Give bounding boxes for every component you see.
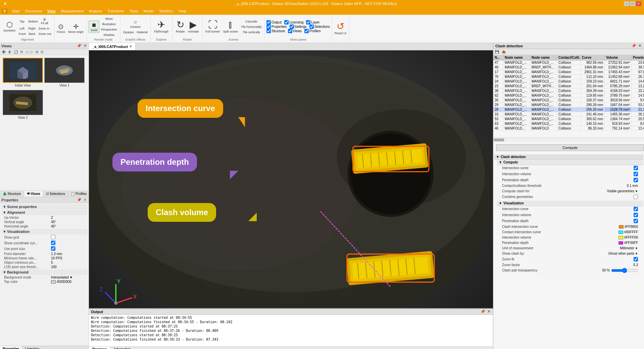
clash-row-5[interactable]: 23 MANIFOLD_... BREP_WITH_... Collision …	[493, 84, 644, 89]
focus-button[interactable]: ⊙ Focus	[56, 22, 67, 34]
use-point-size-checkbox[interactable]	[51, 246, 55, 251]
zoom-in-button[interactable]: Zoom in	[37, 26, 51, 31]
minimize-button[interactable]: ─	[624, 1, 629, 6]
v-menu-button[interactable]: V	[1, 8, 8, 14]
output-tab-progress[interactable]: Progress	[89, 347, 110, 349]
clash-row-2[interactable]: 17 MANIFOLD_... MANIFOLD_... Collision 2…	[493, 70, 644, 74]
back-button[interactable]: Back	[28, 31, 37, 36]
illustration-button[interactable]: Illustration	[100, 21, 118, 27]
show-coords-checkbox[interactable]	[51, 241, 55, 245]
clash-int-curve-color-swatch[interactable]	[619, 225, 624, 229]
show-grid-checkbox[interactable]	[51, 235, 55, 239]
tile-v-button[interactable]: Tile vertically	[240, 30, 263, 35]
show-layer-check[interactable]: Layer	[306, 20, 319, 24]
tile-h-button[interactable]: Tile horizontally	[240, 24, 263, 29]
close-button[interactable]: ✕	[636, 1, 641, 6]
unit-dropdown-icon[interactable]: ▼	[635, 247, 638, 250]
clash-row-10[interactable]: 28 MANIFOLD_... MANIFOLD_... Collision 2…	[493, 107, 644, 112]
menu-document[interactable]: Document	[22, 8, 45, 14]
views-delete-btn[interactable]: 🗑	[7, 50, 12, 54]
tab-structure[interactable]: 🌲 Structure	[0, 191, 24, 197]
menu-measurement[interactable]: Measurement	[58, 8, 86, 14]
zoom-out-button[interactable]: Zoom out	[37, 31, 53, 36]
show-output-check[interactable]: Output	[266, 20, 282, 24]
view1-thumb[interactable]: View 1	[44, 58, 85, 87]
split-scene-button[interactable]: ⫿ Split scene	[222, 19, 239, 34]
views-nav-prev[interactable]: ◁	[24, 50, 29, 54]
show-properties-check[interactable]: Properties	[266, 24, 287, 29]
fit-all-button[interactable]: ⊞ Fit all	[40, 17, 50, 26]
int-volume-color-swatch[interactable]	[618, 236, 623, 239]
menu-help[interactable]: Help	[176, 8, 189, 14]
scene-props-title[interactable]: ▼ Scene properties	[1, 204, 87, 209]
views-nav-next[interactable]: ▷	[30, 50, 34, 54]
clash-row-3[interactable]: 76 MANIFOLD_... MANIFOLD_... Collision 1…	[493, 74, 644, 79]
top-color-swatch[interactable]	[51, 280, 56, 284]
material-button[interactable]: Material	[136, 30, 149, 35]
menu-transform[interactable]: Transform	[105, 8, 127, 14]
show-selections-check[interactable]: Selections	[309, 24, 330, 29]
clash-hscrollbar[interactable]	[493, 138, 644, 142]
clash-row-8[interactable]: 26 MANIFOLD_... MANIFOLD_... Collision 1…	[493, 98, 644, 103]
perspective-button[interactable]: Perspective	[100, 27, 118, 32]
clash-row-9[interactable]: 29 MANIFOLD_... MANIFOLD_... Collision 2…	[493, 103, 644, 107]
background-title[interactable]: ▼ Background	[1, 269, 87, 275]
show-views-check[interactable]: Views	[288, 29, 302, 33]
views-pin-icon[interactable]: 📌	[76, 44, 82, 48]
clash-row-14[interactable]: 46 MANIFOLD... MANIFOLD Collision 86.33 …	[493, 126, 644, 131]
clash-row-7[interactable]: 62 MANIFOLD_... MANIFOLD_... Collision 1…	[493, 93, 644, 98]
output-pin-icon[interactable]: 📌	[480, 309, 486, 314]
cs-viz-int-curve-check[interactable]	[634, 207, 638, 211]
cs-section-clash-title[interactable]: ▼ Clash detection	[494, 154, 643, 160]
cs-zoom-fit-check[interactable]	[634, 257, 638, 261]
wires-button[interactable]: Wires	[100, 16, 118, 21]
animate-button[interactable]: ▶ Animate	[186, 19, 200, 34]
move-origin-button[interactable]: ✛ Move origin	[67, 22, 85, 34]
cs-penetration-depth-check[interactable]	[634, 178, 638, 182]
clash-row-0[interactable]: 47 MANIFOLD_... MANIFOLD_... Collision 9…	[493, 60, 644, 65]
cs-intersection-volume-check[interactable]	[634, 172, 638, 176]
clash-row-1[interactable]: 40 MANIFOLD_... BREP_WITH_... Collision …	[493, 65, 644, 70]
views-props-btn[interactable]: ⚙	[19, 50, 24, 54]
front-button[interactable]: Front	[17, 31, 27, 36]
right-button[interactable]: Right	[27, 26, 37, 31]
solid-button[interactable]: ■ Solid	[89, 20, 99, 33]
isometric-button[interactable]: ⬡ Isometric	[2, 20, 17, 33]
pen-depth-color-swatch[interactable]	[618, 241, 623, 245]
compute-button[interactable]: Compute	[496, 144, 644, 151]
show-settings-check[interactable]: Settings	[290, 24, 307, 29]
cs-viz-int-vol-check[interactable]	[634, 213, 638, 217]
tab-views[interactable]: 👁 Views	[24, 191, 43, 197]
clash-row-11[interactable]: 10 MANIFOLD_... MANIFOLD_... Collision 2…	[493, 112, 644, 117]
views-update-btn[interactable]: 🔄	[13, 50, 19, 54]
clash-pair-transparency-slider[interactable]	[611, 269, 638, 272]
reset-ui-button[interactable]: ↺ Reset UI	[333, 21, 348, 36]
views-large-icon[interactable]: ⊞	[35, 50, 39, 54]
menu-start[interactable]: Start	[9, 8, 22, 14]
bottom-button[interactable]: Bottom	[27, 17, 40, 26]
top-button[interactable]: Top	[17, 17, 27, 26]
shadow-button[interactable]: Shadow	[100, 32, 118, 37]
left-button[interactable]: Left	[17, 26, 27, 31]
props-icon2[interactable]: ✕	[83, 198, 87, 202]
licensing-bottom-tab[interactable]: Licensing	[22, 346, 42, 349]
clash-row-4[interactable]: 24 MANIFOLD_... MANIFOLD_... Collision 1…	[493, 79, 644, 84]
show-profiles-check[interactable]: Profiles	[304, 29, 320, 33]
properties-bottom-tab[interactable]: Properties	[0, 346, 22, 349]
full-screen-button[interactable]: ⛶ Full screen	[204, 19, 221, 34]
clash-pin-icon[interactable]: 📌	[631, 44, 637, 48]
flythrough-button[interactable]: ✈ Flythrough	[153, 19, 170, 34]
output-close-icon[interactable]: ✕	[487, 309, 491, 314]
show-clash-dropdown-icon[interactable]: ▼	[635, 252, 638, 255]
clash-export-btn[interactable]: 📤	[501, 50, 507, 54]
tab-selections[interactable]: ☑ Selections	[43, 191, 68, 197]
initial-view-thumb[interactable]: Initial View	[3, 58, 43, 87]
menu-analyze[interactable]: Analyze	[86, 8, 105, 14]
clash-row-6[interactable]: 38 MANIFOLD_... MANIFOLD_... Collision 3…	[493, 89, 644, 93]
doc-tab-close[interactable]: ✕	[129, 45, 132, 48]
cs-combine-geo-check[interactable]	[634, 195, 638, 199]
tab-profiles[interactable]: 📋 Profiles	[68, 191, 90, 197]
show-licensing-check[interactable]: Licensing	[284, 20, 303, 24]
menu-tools[interactable]: Tools	[127, 8, 141, 14]
clash-save-btn[interactable]: 💾	[494, 50, 500, 54]
